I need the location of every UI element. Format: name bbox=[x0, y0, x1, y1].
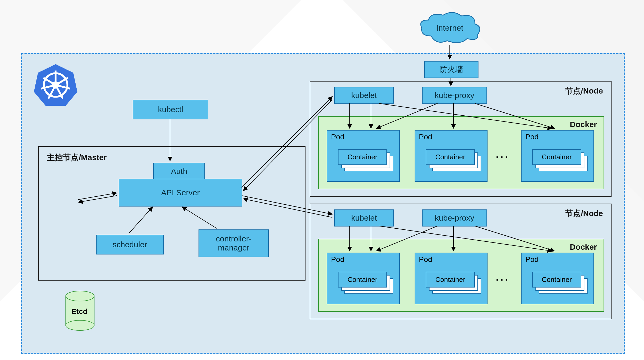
container-label: Container bbox=[542, 153, 572, 161]
controller-manager-label: controller- manager bbox=[216, 234, 251, 252]
pod-label: Pod bbox=[331, 133, 344, 141]
pod-label: Pod bbox=[419, 255, 432, 264]
node1-pod3: Pod Container bbox=[521, 130, 594, 182]
node2-pod3: Pod Container bbox=[521, 253, 594, 304]
kubectl-label: kubectl bbox=[158, 105, 183, 114]
cluster-frame: 防火墙 kubectl 主控节点/Master Auth API Server … bbox=[21, 53, 625, 354]
node2-kubeproxy: kube-proxy bbox=[422, 209, 487, 226]
node1-kubeproxy: kube-proxy bbox=[422, 87, 487, 104]
firewall-label: 防火墙 bbox=[439, 64, 463, 75]
node1-pod1: Pod Container bbox=[327, 130, 400, 182]
kubectl-box: kubectl bbox=[133, 100, 208, 119]
ellipsis: ··· bbox=[496, 151, 509, 163]
internet-cloud: Internet bbox=[418, 12, 482, 45]
master-frame: 主控节点/Master Auth API Server Etcd schedul… bbox=[38, 146, 306, 281]
node2-kubelet-label: kubelet bbox=[351, 213, 377, 223]
pod-label: Pod bbox=[525, 255, 539, 264]
scheduler-box: scheduler bbox=[96, 235, 164, 254]
node1-kubelet: kubelet bbox=[334, 87, 394, 104]
container-label: Container bbox=[542, 276, 572, 284]
pod-label: Pod bbox=[525, 133, 539, 141]
node2-docker: Docker Pod Container Pod Container bbox=[318, 239, 604, 312]
etcd-cylinder: Etcd bbox=[65, 291, 93, 331]
master-title: 主控节点/Master bbox=[47, 152, 107, 163]
firewall-box: 防火墙 bbox=[424, 61, 478, 78]
node2-title: 节点/Node bbox=[565, 208, 603, 219]
kubernetes-icon bbox=[33, 62, 78, 108]
node2-kubelet: kubelet bbox=[334, 209, 394, 226]
node2-docker-label: Docker bbox=[570, 242, 597, 252]
node1-docker-label: Docker bbox=[570, 120, 597, 129]
container-label: Container bbox=[435, 153, 465, 161]
node2-kubeproxy-label: kube-proxy bbox=[435, 213, 474, 223]
node1-pod2: Pod Container bbox=[415, 130, 488, 182]
api-server-label: API Server bbox=[161, 188, 200, 197]
node1-title: 节点/Node bbox=[565, 86, 603, 96]
pod-label: Pod bbox=[419, 133, 432, 141]
container-label: Container bbox=[435, 276, 465, 284]
node-frame-1: 节点/Node kubelet kube-proxy Docker Pod Co… bbox=[310, 81, 612, 197]
node1-docker: Docker Pod Container Pod Con bbox=[318, 116, 604, 189]
ellipsis: ··· bbox=[496, 274, 509, 286]
container-label: Container bbox=[348, 276, 378, 284]
api-server-box: API Server bbox=[119, 179, 242, 207]
controller-manager-box: controller- manager bbox=[199, 229, 269, 257]
node1-kubelet-label: kubelet bbox=[351, 91, 377, 100]
node2-pod2: Pod Container bbox=[415, 253, 488, 304]
internet-label: Internet bbox=[436, 23, 463, 32]
auth-label: Auth bbox=[171, 167, 187, 176]
container-label: Container bbox=[348, 153, 378, 161]
auth-box: Auth bbox=[153, 163, 205, 180]
etcd-label: Etcd bbox=[65, 307, 93, 316]
scheduler-label: scheduler bbox=[113, 240, 147, 249]
pod-label: Pod bbox=[331, 255, 344, 264]
node1-kubeproxy-label: kube-proxy bbox=[435, 91, 474, 100]
node2-pod1: Pod Container bbox=[327, 253, 400, 304]
node-frame-2: 节点/Node kubelet kube-proxy Docker Pod Co… bbox=[310, 204, 612, 319]
